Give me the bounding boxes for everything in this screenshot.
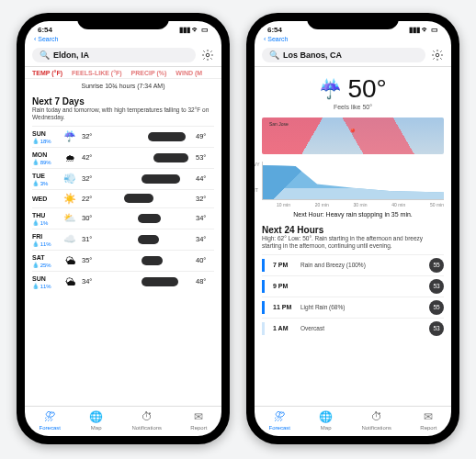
hour-row[interactable]: 9 PM53 xyxy=(262,275,444,297)
report-icon: ✉ xyxy=(424,410,433,423)
hour-desc: Overcast xyxy=(300,325,425,331)
tab-feels[interactable]: FEELS-LIKE (°F) xyxy=(72,70,122,76)
day-label: SUN xyxy=(32,275,46,282)
weather-icon: ☁️ xyxy=(62,233,78,245)
hour-desc: Rain and Breezy (100%) xyxy=(300,262,425,268)
day-label: WED xyxy=(32,196,47,202)
day-row[interactable]: FRI💧 11%☁️31°34° xyxy=(32,229,214,250)
status-time: 6:54 xyxy=(267,26,282,34)
day-label: SUN xyxy=(32,130,46,137)
temp-low: 31° xyxy=(82,235,92,243)
notch xyxy=(307,13,399,29)
day-row[interactable]: SAT💧 25%🌥35°40° xyxy=(32,250,214,271)
tab-map[interactable]: 🌐Map xyxy=(319,410,333,431)
current-temp: 50° xyxy=(347,74,386,103)
forecast-icon: ⛈ xyxy=(274,410,285,423)
hour-temp: 55 xyxy=(429,300,444,315)
notifications-icon: ⏱ xyxy=(371,410,382,423)
hour-temp: 53 xyxy=(429,321,444,336)
hour-row[interactable]: 1 AMOvercast53 xyxy=(262,318,444,339)
day-label: SAT xyxy=(32,254,44,261)
section-subtitle: High: 62° Low: 50°. Rain starting in the… xyxy=(262,235,444,251)
day-row[interactable]: SUN💧 11%🌥34°48° xyxy=(32,271,214,292)
precip-pct: 💧 18% xyxy=(32,138,58,144)
temp-high: 48° xyxy=(196,277,214,285)
precip-tick xyxy=(262,280,265,293)
y-light: LIGHT xyxy=(255,187,258,193)
temp-high: 34° xyxy=(196,235,214,243)
precip-pct: 💧 25% xyxy=(32,262,58,268)
tab-precip[interactable]: PRECIP (%) xyxy=(131,70,167,76)
section-title: Next 24 Hours xyxy=(262,225,444,235)
location-search[interactable]: 🔍 Eldon, IA xyxy=(32,48,196,62)
hour-row[interactable]: 7 PMRain and Breezy (100%)55 xyxy=(262,254,444,275)
settings-button[interactable] xyxy=(201,49,214,62)
map-icon: 🌐 xyxy=(319,410,333,423)
temp-high: 40° xyxy=(196,256,214,264)
precip-tick xyxy=(262,301,265,314)
temp-high: 32° xyxy=(196,195,214,203)
phone-frame-left: 6:54 ▮▮▮ ᯤ ▭ ‹ Search 🔍 Eldon, IA TEMP (… xyxy=(17,13,230,444)
precip-pct: 💧 1% xyxy=(32,219,58,226)
tab-map[interactable]: 🌐Map xyxy=(89,410,103,431)
location-search[interactable]: 🔍 Los Banos, CA xyxy=(262,48,425,62)
sunrise-text: Sunrise 10¾ hours (7:34 AM) xyxy=(25,79,221,93)
day-row[interactable]: SUN💧 18%☔32°49° xyxy=(32,126,214,147)
tab-temp[interactable]: TEMP (°F) xyxy=(32,70,62,76)
tab-forecast[interactable]: ⛈Forecast xyxy=(40,410,61,431)
tab-report[interactable]: ✉Report xyxy=(420,410,436,431)
temp-low: 32° xyxy=(82,174,92,183)
hour-row[interactable]: 11 PMLight Rain (68%)55 xyxy=(262,297,444,318)
notifications-icon: ⏱ xyxy=(142,410,153,423)
wifi-icon: ᯤ xyxy=(422,26,429,34)
svg-point-1 xyxy=(436,53,439,57)
hour-desc: Light Rain (68%) xyxy=(300,304,425,310)
location-pin-icon: 📍 xyxy=(348,129,357,137)
phone-frame-right: 6:54 ▮▮▮ ᯤ ▭ ‹ Search 🔍 Los Banos, CA ☔ … xyxy=(246,13,459,444)
screen-right: 6:54 ▮▮▮ ᯤ ▭ ‹ Search 🔍 Los Banos, CA ☔ … xyxy=(255,21,451,436)
tab-notifications[interactable]: ⏱Notifications xyxy=(131,410,162,431)
signal-icon: ▮▮▮ xyxy=(409,26,420,34)
precip-pct: 💧 3% xyxy=(32,180,58,186)
temp-low: 22° xyxy=(82,195,92,203)
radar-map[interactable]: San Jose 📍 xyxy=(262,118,444,154)
next-hour-summary: Next Hour: Heavy rain stopping in 35 min… xyxy=(255,209,451,221)
tab-wind[interactable]: WIND (M xyxy=(176,70,202,76)
weather-icon: ☀️ xyxy=(62,193,78,205)
settings-button[interactable] xyxy=(431,49,444,62)
temp-low: 30° xyxy=(82,214,92,222)
hour-time: 11 PM xyxy=(273,304,297,310)
precip-x-axis: 10 min 20 min 30 min 40 min 50 min xyxy=(255,202,451,209)
back-to-search[interactable]: ‹ Search xyxy=(255,36,451,44)
day-row[interactable]: WED☀️22°32° xyxy=(32,189,214,207)
location-name: Los Banos, CA xyxy=(283,50,342,60)
weather-icon: 💨 xyxy=(62,173,78,185)
section-subtitle: Rain today and tomorrow, with high tempe… xyxy=(32,106,214,122)
day-row[interactable]: MON💧 89%🌧42°53° xyxy=(32,147,214,168)
weather-icon: 🌧 xyxy=(62,152,78,163)
precip-pct: 💧 89% xyxy=(32,159,58,165)
wifi-icon: ᯤ xyxy=(192,26,199,34)
weather-icon: 🌥 xyxy=(62,276,78,287)
search-icon: 🔍 xyxy=(269,50,279,60)
y-heavy: HEAVY xyxy=(255,162,260,167)
precip-area xyxy=(263,162,444,199)
day-label: TUE xyxy=(32,173,45,179)
hour-time: 9 PM xyxy=(273,283,297,289)
tab-notifications[interactable]: ⏱Notifications xyxy=(361,410,391,431)
day-row[interactable]: THU💧 1%⛅30°34° xyxy=(32,207,214,229)
temp-low: 32° xyxy=(82,132,92,140)
tab-report[interactable]: ✉Report xyxy=(190,410,207,431)
notch xyxy=(77,13,169,29)
metric-tabs[interactable]: TEMP (°F) FEELS-LIKE (°F) PRECIP (%) WIN… xyxy=(25,67,221,79)
back-to-search[interactable]: ‹ Search xyxy=(25,36,221,44)
location-name: Eldon, IA xyxy=(53,50,89,60)
day-row[interactable]: TUE💧 3%💨32°44° xyxy=(32,168,214,189)
radar-city-label: San Jose xyxy=(269,121,289,127)
temp-low: 34° xyxy=(82,277,92,285)
temp-low: 35° xyxy=(82,256,92,264)
map-icon: 🌐 xyxy=(89,410,103,423)
screen-left: 6:54 ▮▮▮ ᯤ ▭ ‹ Search 🔍 Eldon, IA TEMP (… xyxy=(25,21,221,436)
tab-forecast[interactable]: ⛈Forecast xyxy=(269,410,290,431)
temp-high: 34° xyxy=(196,214,214,222)
